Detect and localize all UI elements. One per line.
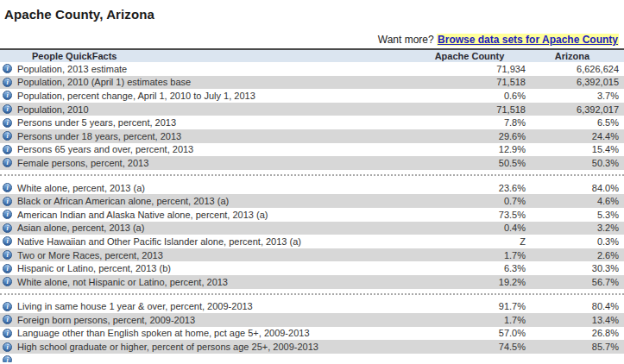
row-label: Hispanic or Latino, percent, 2013 (b) [17,263,413,273]
section-separator [0,289,624,300]
row-value-arizona: 80.4% [526,301,624,311]
table-row: i White alone, not Hispanic or Latino, p… [0,275,624,289]
info-icon[interactable]: i [3,145,12,154]
row-value-arizona: 3.7% [526,91,624,101]
row-label: Black or African American alone, percent… [17,196,413,206]
info-icon[interactable]: i [3,315,12,324]
want-more-line: Want more? Browse data sets for Apache C… [0,34,624,46]
table-row: i Population, 2013 estimate 71,934 6,626… [0,62,624,76]
row-value-apache-county: 19.2% [413,277,526,287]
row-label: Population, 2013 estimate [17,64,413,74]
row-value-arizona: 84.0% [526,183,624,193]
row-value-arizona: 26.8% [526,328,624,338]
info-icon[interactable]: i [3,91,12,100]
row-value-arizona: 6.5% [526,117,624,128]
table-row: i Population, 2010 (April 1) estimates b… [0,76,624,90]
row-label: American Indian and Alaska Native alone,… [17,210,413,220]
row-value-apache-county: 71,518 [413,77,526,87]
table-row: i Persons under 18 years, percent, 2013 … [0,129,624,143]
row-value-arizona: 24.4% [526,131,624,141]
row-value-arizona: 6,392,015 [526,77,624,87]
row-label: Population, 2010 (April 1) estimates bas… [17,77,413,87]
row-value-arizona: 50.3% [526,158,624,168]
info-icon[interactable]: i [3,223,12,233]
column-header-apache-county: Apache County [413,51,526,61]
info-icon[interactable]: i [3,302,12,311]
row-value-apache-county: 7.8% [413,117,526,128]
info-icon[interactable]: i [3,131,12,141]
row-value-apache-county: 1.7% [413,250,526,260]
info-icon[interactable]: i [3,64,12,73]
row-value-apache-county: 74.5% [413,342,526,352]
info-icon[interactable]: i [3,342,12,352]
table-row: i American Indian and Alaska Native alon… [0,208,624,222]
row-value-apache-county: 50.5% [413,158,526,168]
table-row: i Population, 2010 71,518 6,392,017 [0,103,624,116]
row-label: Persons under 5 years, percent, 2013 [17,117,413,128]
table-row: i Living in same house 1 year & over, pe… [0,300,624,314]
table-row: i Native Hawaiian and Other Pacific Isla… [0,235,624,248]
info-icon[interactable]: i [3,78,12,87]
row-label: Persons 65 years and over, percent, 2013 [17,144,413,154]
row-value-apache-county: 23.6% [413,183,526,193]
info-icon[interactable]: i [3,264,12,273]
row-label: High school graduate or higher, percent … [17,342,413,352]
table-row: i Female persons, percent, 2013 50.5% 50… [0,156,624,170]
row-value-arizona: 2.6% [526,250,624,260]
row-value-arizona: 6,626,624 [526,64,624,74]
row-label: Persons under 18 years, percent, 2013 [17,131,413,141]
table-row: i Persons under 5 years, percent, 2013 7… [0,116,624,129]
row-label: Population, percent change, April 1, 201… [17,91,413,101]
table-row: i Black or African American alone, perce… [0,194,624,208]
browse-data-sets-link[interactable]: Browse data sets for Apache County [437,34,619,46]
row-label: Asian alone, percent, 2013 (a) [17,223,413,233]
table-row: i Persons 65 years and over, percent, 20… [0,143,624,157]
row-value-apache-county: 1.7% [413,315,526,325]
row-value-arizona: 4.6% [526,196,624,206]
info-icon[interactable]: i [3,104,12,114]
row-value-apache-county: 0.4% [413,223,526,233]
row-label: White alone, not Hispanic or Latino, per… [17,277,413,287]
row-value-arizona: 15.4% [526,144,624,154]
info-icon[interactable]: i [3,329,12,338]
row-value-arizona: 5.3% [526,210,624,220]
info-icon[interactable]: i [3,355,12,362]
page-title: Apache County, Arizona [4,7,624,22]
row-label: Female persons, percent, 2013 [17,158,413,168]
table-row-partial: i [0,354,624,362]
table-row: i Population, percent change, April 1, 2… [0,89,624,103]
row-value-apache-county: 73.5% [413,210,526,220]
row-value-arizona: 30.3% [526,263,624,273]
column-header-arizona: Arizona [526,51,624,61]
info-icon[interactable]: i [3,118,12,128]
row-label: Population, 2010 [17,104,413,115]
row-value-apache-county: 12.9% [413,144,526,154]
row-value-apache-county: 71,934 [413,64,526,74]
quickfacts-page: Apache County, Arizona Want more? Browse… [0,7,624,364]
column-header-people-quickfacts: People QuickFacts [0,51,413,61]
table-body: i Population, 2013 estimate 71,934 6,626… [0,62,624,354]
row-value-apache-county: 6.3% [413,263,526,273]
info-icon[interactable]: i [3,250,12,260]
table-row: i Asian alone, percent, 2013 (a) 0.4% 3.… [0,222,624,235]
row-value-arizona: 56.7% [526,277,624,287]
table-row: i Hispanic or Latino, percent, 2013 (b) … [0,261,624,275]
row-value-apache-county: Z [413,236,526,247]
info-icon[interactable]: i [3,210,12,219]
row-label: Language other than English spoken at ho… [17,328,413,338]
info-icon[interactable]: i [3,236,12,246]
row-value-arizona: 6,392,017 [526,104,624,115]
row-value-apache-county: 71,518 [413,104,526,115]
row-value-apache-county: 0.6% [413,91,526,101]
info-icon[interactable]: i [3,197,12,206]
table-row: i High school graduate or higher, percen… [0,340,624,354]
row-value-apache-county: 29.6% [413,131,526,141]
row-value-arizona: 3.2% [526,223,624,233]
row-value-apache-county: 57.0% [413,328,526,338]
info-icon[interactable]: i [3,277,12,286]
section-separator [0,170,624,181]
info-icon[interactable]: i [3,158,12,167]
row-label: White alone, percent, 2013 (a) [17,183,413,193]
info-icon[interactable]: i [3,183,12,192]
want-more-prompt: Want more? [378,34,434,46]
